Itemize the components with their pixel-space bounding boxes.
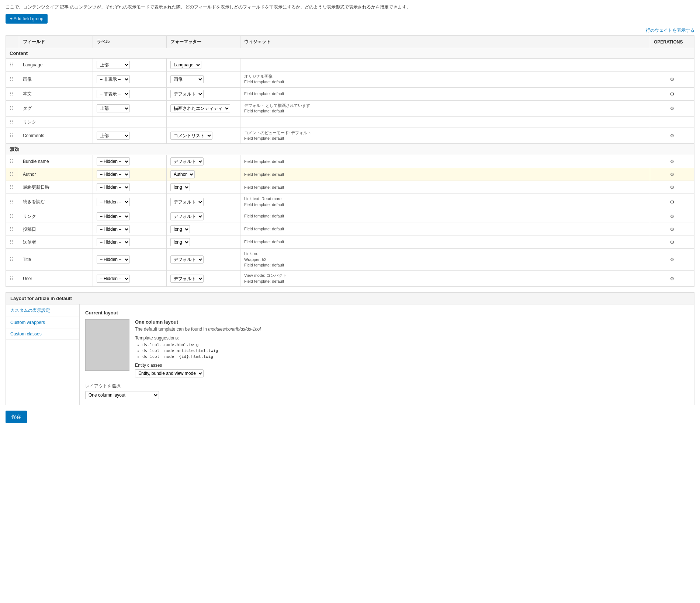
gear-icon[interactable]: ⚙ xyxy=(670,91,675,97)
template-suggestion-item: ds-1col--node-article.html.twig xyxy=(142,348,689,353)
layout-path-prefix: The default template can be found in xyxy=(135,327,208,332)
gear-icon[interactable]: ⚙ xyxy=(670,226,675,232)
drag-handle[interactable]: ⠿ xyxy=(10,62,13,68)
layout-select-section: レイアウトを選択 One column layout xyxy=(85,383,689,399)
label-select[interactable]: – Hidden –上部インライン xyxy=(97,238,130,246)
gear-icon[interactable]: ⚙ xyxy=(670,76,675,82)
table-header-row: フィールド ラベル フォーマッター ウィジェット OPERATIONS xyxy=(6,36,694,48)
drag-handle[interactable]: ⠿ xyxy=(10,133,13,139)
label-select[interactable]: 上部非表示インライン xyxy=(97,61,130,69)
field-name: 画像 xyxy=(23,76,89,83)
formatter-select[interactable]: デフォルト xyxy=(170,255,204,264)
section-header: 無効 xyxy=(6,144,694,155)
field-name: Comments xyxy=(23,133,89,138)
widget-info xyxy=(240,116,650,128)
gear-icon[interactable]: ⚙ xyxy=(670,199,675,205)
drag-handle[interactable]: ⠿ xyxy=(10,257,13,262)
layout-select[interactable]: One column layout xyxy=(85,391,159,399)
label-select[interactable]: – Hidden –上部インライン xyxy=(97,183,130,191)
drag-handle[interactable]: ⠿ xyxy=(10,184,13,190)
formatter-header: フォーマッター xyxy=(167,36,240,48)
widget-info: Field template: default xyxy=(240,236,650,249)
table-row: ⠿Bundle name– Hidden –上部インラインデフォルトField … xyxy=(6,155,694,168)
drag-handle[interactable]: ⠿ xyxy=(10,158,13,164)
label-select[interactable]: – Hidden –上部インライン xyxy=(97,212,130,220)
drag-handle[interactable]: ⠿ xyxy=(10,276,13,282)
widget-info: オリジナル画像Field template: default xyxy=(240,72,650,88)
formatter-select[interactable]: デフォルト xyxy=(170,212,204,220)
field-name: リンク xyxy=(23,119,89,125)
field-name: Bundle name xyxy=(23,159,89,164)
formatter-select[interactable]: デフォルト xyxy=(170,157,204,165)
label-select[interactable]: – 非表示 –上部インライン xyxy=(97,75,130,83)
label-select[interactable]: 上部非表示インライン xyxy=(97,104,130,112)
label-select[interactable]: – 非表示 –上部インライン xyxy=(97,90,130,98)
formatter-select[interactable]: 画像デフォルト xyxy=(170,75,204,83)
gear-icon[interactable]: ⚙ xyxy=(670,171,675,177)
drag-handle[interactable]: ⠿ xyxy=(10,226,13,232)
field-name: 投稿日 xyxy=(23,226,89,233)
layout-path: The default template can be found in mod… xyxy=(135,327,689,332)
label-select[interactable]: – Hidden –上部インライン xyxy=(97,198,130,206)
layout-preview xyxy=(85,319,129,371)
section-name: Content xyxy=(6,48,694,59)
template-suggestion-item: ds-1col--node--{id}.html.twig xyxy=(142,354,689,359)
table-row: ⠿リンク– Hidden –上部インラインデフォルトField template… xyxy=(6,210,694,223)
field-name: 送信者 xyxy=(23,239,89,245)
formatter-select[interactable]: Author xyxy=(170,170,195,178)
entity-classes-select[interactable]: Entity, bundle and view mode xyxy=(135,369,204,377)
drag-handle[interactable]: ⠿ xyxy=(10,199,13,205)
field-name: 最終更新日時 xyxy=(23,184,89,191)
table-row: ⠿リンク xyxy=(6,116,694,128)
drag-handle[interactable]: ⠿ xyxy=(10,91,13,97)
drag-handle[interactable]: ⠿ xyxy=(10,76,13,82)
formatter-select[interactable]: long xyxy=(170,183,190,191)
label-select[interactable]: – Hidden –上部インライン xyxy=(97,225,130,233)
drag-handle[interactable]: ⠿ xyxy=(10,171,13,177)
formatter-select[interactable]: デフォルト xyxy=(170,198,204,206)
show-row-weights-link[interactable]: 行のウェイトを表示する xyxy=(6,27,694,34)
label-select[interactable]: 上部非表示インライン xyxy=(97,132,130,140)
formatter-select[interactable]: 描画されたエンティティ xyxy=(170,104,230,112)
widget-info: Field template: default xyxy=(240,210,650,223)
widget-info: Field template: default xyxy=(240,168,650,181)
widget-info: Link: noWrapper: h2Field template: defau… xyxy=(240,249,650,271)
drag-handle[interactable]: ⠿ xyxy=(10,119,13,125)
formatter-select[interactable]: デフォルト xyxy=(170,90,204,98)
widget-info: Field template: default xyxy=(240,181,650,194)
formatter-select[interactable]: デフォルト xyxy=(170,275,204,283)
gear-icon[interactable]: ⚙ xyxy=(670,184,675,190)
gear-icon[interactable]: ⚙ xyxy=(670,213,675,219)
gear-icon[interactable]: ⚙ xyxy=(670,133,675,139)
drag-handle[interactable]: ⠿ xyxy=(10,239,13,245)
drag-handle[interactable]: ⠿ xyxy=(10,213,13,219)
label-select[interactable]: – Hidden –上部インライン xyxy=(97,157,130,165)
gear-icon[interactable]: ⚙ xyxy=(670,239,675,245)
gear-icon[interactable]: ⚙ xyxy=(670,257,675,262)
formatter-select[interactable]: long xyxy=(170,238,190,246)
table-row: ⠿画像– 非表示 –上部インライン画像デフォルトオリジナル画像Field tem… xyxy=(6,72,694,88)
label-select[interactable]: – Hidden –上部インライン xyxy=(97,275,130,283)
drag-handle[interactable]: ⠿ xyxy=(10,105,13,111)
sidebar-item[interactable]: カスタムの表示設定 xyxy=(6,304,79,317)
table-row: ⠿タグ上部非表示インライン描画されたエンティティデフォルト として描画されていま… xyxy=(6,100,694,116)
save-button[interactable]: 保存 xyxy=(6,411,27,423)
sidebar-item[interactable]: Custom classes xyxy=(6,328,79,340)
widget-info: Field template: default xyxy=(240,155,650,168)
add-field-group-button[interactable]: + Add field group xyxy=(6,14,48,24)
label-select[interactable]: – Hidden –上部インライン xyxy=(97,255,130,264)
widget-info: Link text: Read moreField template: defa… xyxy=(240,194,650,210)
formatter-select[interactable]: long xyxy=(170,225,190,233)
gear-icon[interactable]: ⚙ xyxy=(670,276,675,282)
widget-info xyxy=(240,59,650,72)
entity-classes-label: Entity classes xyxy=(135,363,689,368)
gear-icon[interactable]: ⚙ xyxy=(670,158,675,164)
widget-info: View mode: コンパクトField template: default xyxy=(240,271,650,287)
label-select[interactable]: – Hidden –上部インライン xyxy=(97,170,130,178)
sidebar-item[interactable]: Custom wrappers xyxy=(6,317,79,328)
gear-icon[interactable]: ⚙ xyxy=(670,105,675,111)
layout-header: Layout for article in default xyxy=(6,293,694,304)
formatter-select[interactable]: Language xyxy=(170,61,201,69)
table-row: ⠿Author– Hidden –上部インラインAuthorField temp… xyxy=(6,168,694,181)
formatter-select[interactable]: コメントリスト xyxy=(170,132,212,140)
